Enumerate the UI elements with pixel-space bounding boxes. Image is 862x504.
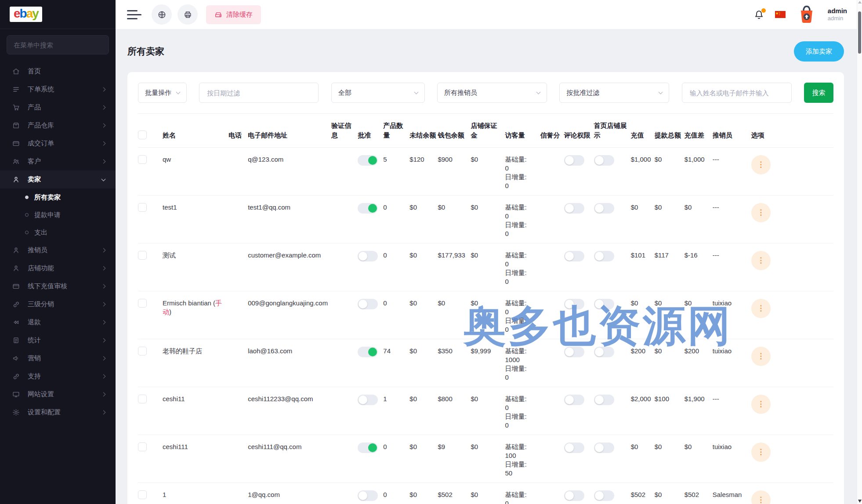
sidebar-subitem-1[interactable]: 提款申请 <box>0 206 116 224</box>
row-options-button[interactable]: ⋮ <box>751 442 771 462</box>
review-permission-toggle[interactable] <box>564 395 584 405</box>
review-permission-toggle[interactable] <box>564 490 584 501</box>
approval-filter-select[interactable]: 按批准过滤 <box>559 83 669 103</box>
page-scrollbar[interactable] <box>857 0 862 504</box>
row-options-button[interactable]: ⋮ <box>751 203 771 222</box>
row-checkbox[interactable] <box>138 251 147 260</box>
sidebar-item-6[interactable]: 卖家 <box>0 170 116 189</box>
homepage-display-toggle[interactable] <box>594 442 614 453</box>
column-header-5: 产品数量 <box>383 114 409 148</box>
print-button[interactable] <box>177 4 198 25</box>
sidebar-item-9[interactable]: 线下充值审核 <box>0 277 116 295</box>
row-options-button[interactable]: ⋮ <box>751 395 771 414</box>
cell-salesman: --- <box>713 243 751 291</box>
china-flag-icon[interactable] <box>775 11 786 18</box>
date-filter-input[interactable] <box>206 89 311 97</box>
homepage-display-toggle[interactable] <box>594 155 614 166</box>
cell-review-permission <box>564 482 594 504</box>
row-options-button[interactable]: ⋮ <box>751 299 771 318</box>
scrollbar-thumb[interactable] <box>858 11 861 54</box>
cell-outstanding-balance: $120 <box>409 147 438 195</box>
row-checkbox[interactable] <box>138 347 147 355</box>
add-seller-button[interactable]: 添加卖家 <box>794 41 844 62</box>
approved-toggle[interactable] <box>358 299 378 309</box>
cell-review-permission <box>564 387 594 435</box>
sidebar-item-4[interactable]: 成交订单 <box>0 134 116 152</box>
approved-toggle[interactable] <box>358 251 378 261</box>
sidebar-item-label: 退款 <box>28 318 102 326</box>
scroll-up-arrow-icon[interactable] <box>858 1 862 4</box>
row-options-button[interactable]: ⋮ <box>751 347 771 366</box>
row-checkbox[interactable] <box>138 395 147 403</box>
row-options-button[interactable]: ⋮ <box>751 490 771 504</box>
review-permission-toggle[interactable] <box>564 299 584 309</box>
search-button[interactable]: 搜索 <box>804 83 833 103</box>
bulk-actions-dropdown[interactable]: 批量操作 <box>138 83 187 103</box>
user-info[interactable]: admin admin <box>828 7 847 22</box>
homepage-display-toggle[interactable] <box>594 395 614 405</box>
sidebar-item-0[interactable]: 首页 <box>0 62 116 80</box>
cell-options: ⋮ <box>751 243 833 291</box>
homepage-display-toggle[interactable] <box>594 203 614 214</box>
sidebar-item-14[interactable]: 支持 <box>0 367 116 385</box>
approved-toggle[interactable] <box>358 347 378 357</box>
logo[interactable]: ebay <box>0 0 116 29</box>
cell-visitors: 基础量:0日增量:0 <box>505 482 540 504</box>
sidebar-item-8[interactable]: 店铺功能 <box>0 259 116 277</box>
cell-verify-info <box>331 482 358 504</box>
cell-shop-deposit: $9,999 <box>471 339 505 387</box>
approved-toggle[interactable] <box>358 395 378 405</box>
clear-cache-button[interactable]: 清除缓存 <box>206 5 261 24</box>
review-permission-toggle[interactable] <box>564 155 584 166</box>
homepage-display-toggle[interactable] <box>594 251 614 261</box>
review-permission-toggle[interactable] <box>564 347 584 357</box>
review-permission-toggle[interactable] <box>564 203 584 214</box>
menu-search-input[interactable] <box>7 35 109 54</box>
sidebar-item-11[interactable]: 退款 <box>0 313 116 331</box>
sidebar-item-16[interactable]: 设置和配置 <box>0 403 116 421</box>
approved-toggle[interactable] <box>358 203 378 214</box>
select-all-checkbox[interactable] <box>138 131 147 139</box>
cell-phone <box>228 147 248 195</box>
review-permission-toggle[interactable] <box>564 442 584 453</box>
row-options-button[interactable]: ⋮ <box>751 251 771 270</box>
sidebar-item-7[interactable]: 推销员 <box>0 241 116 259</box>
row-options-button[interactable]: ⋮ <box>751 155 771 174</box>
scroll-down-arrow-icon[interactable] <box>858 500 862 503</box>
row-checkbox[interactable] <box>138 442 147 451</box>
language-globe-button[interactable] <box>152 4 172 25</box>
approved-toggle[interactable] <box>358 442 378 453</box>
row-checkbox[interactable] <box>138 155 147 164</box>
homepage-display-toggle[interactable] <box>594 490 614 501</box>
sidebar-item-2[interactable]: 产品 <box>0 98 116 116</box>
sidebar-item-5[interactable]: 客户 <box>0 152 116 170</box>
name-email-search-input[interactable] <box>689 89 785 97</box>
user-avatar[interactable] <box>796 4 817 25</box>
row-checkbox[interactable] <box>138 490 147 499</box>
salesman-select[interactable]: 所有推销员 <box>437 83 547 103</box>
notifications-button[interactable] <box>753 9 764 20</box>
approved-toggle[interactable] <box>358 155 378 166</box>
chevron-down-icon <box>414 90 418 94</box>
homepage-display-toggle[interactable] <box>594 299 614 309</box>
row-checkbox[interactable] <box>138 203 147 212</box>
sidebar-item-13[interactable]: 营销 <box>0 349 116 367</box>
sidebar-subitem-0[interactable]: 所有卖家 <box>0 189 116 206</box>
cell-withdraw-total: $0 <box>655 435 685 482</box>
sidebar-item-label: 支持 <box>28 372 102 381</box>
hamburger-menu-icon[interactable] <box>127 10 141 19</box>
approved-toggle[interactable] <box>358 490 378 501</box>
cell-email: q@123.com <box>248 147 331 195</box>
status-select[interactable]: 全部 <box>331 83 425 103</box>
sidebar-item-1[interactable]: 下单系统 <box>0 80 116 98</box>
sidebar-item-15[interactable]: 网站设置 <box>0 385 116 403</box>
sidebar-item-3[interactable]: 产品仓库 <box>0 116 116 134</box>
sidebar-item-12[interactable]: 统计 <box>0 331 116 349</box>
sidebar-item-10[interactable]: 三级分销 <box>0 295 116 313</box>
cell-recharge-diff: $1,000 <box>685 147 713 195</box>
sidebar-subitem-2[interactable]: 支出 <box>0 224 116 241</box>
row-checkbox[interactable] <box>138 299 147 308</box>
cell-approved <box>358 195 383 243</box>
review-permission-toggle[interactable] <box>564 251 584 261</box>
homepage-display-toggle[interactable] <box>594 347 614 357</box>
